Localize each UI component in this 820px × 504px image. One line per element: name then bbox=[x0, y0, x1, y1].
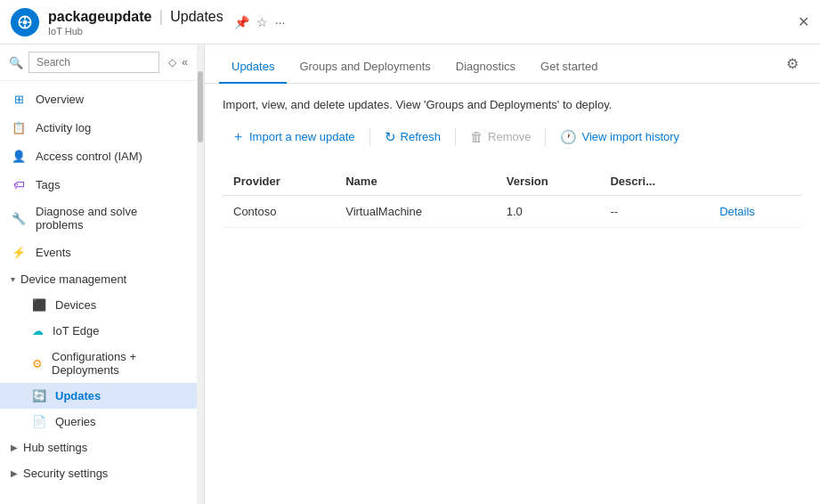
content-area: Updates Groups and Deployments Diagnosti… bbox=[205, 45, 820, 504]
tab-diagnostics[interactable]: Diagnostics bbox=[443, 51, 528, 84]
plus-icon: ＋ bbox=[231, 128, 245, 145]
search-icon: 🔍 bbox=[9, 56, 23, 69]
close-icon[interactable]: ✕ bbox=[798, 13, 809, 30]
main-layout: 🔍 ◇ « ⊞ Overview 📋 Activity log 👤 Access… bbox=[0, 45, 820, 504]
hub-settings-label: Hub settings bbox=[23, 441, 87, 454]
sidebar-item-activity-log[interactable]: 📋 Activity log bbox=[0, 113, 197, 142]
toolbar-divider-3 bbox=[545, 128, 546, 146]
sidebar-content: 🔍 ◇ « ⊞ Overview 📋 Activity log 👤 Access… bbox=[0, 45, 197, 504]
toolbar-divider-2 bbox=[455, 128, 456, 146]
sidebar-item-label: Diagnose and solve problems bbox=[36, 205, 186, 232]
title-bar: packageupdate | Updates IoT Hub 📌 ☆ ··· … bbox=[0, 0, 820, 45]
remove-icon: 🗑 bbox=[470, 129, 483, 144]
tab-get-started[interactable]: Get started bbox=[528, 51, 610, 84]
configurations-icon: ⚙ bbox=[32, 357, 43, 370]
sidebar-item-updates[interactable]: 🔄 Updates bbox=[0, 383, 197, 409]
chevron-down-icon: ▾ bbox=[11, 274, 15, 284]
resource-subtitle: IoT Hub bbox=[48, 26, 223, 37]
sidebar-nav: ⊞ Overview 📋 Activity log 👤 Access contr… bbox=[0, 81, 197, 490]
title-actions: 📌 ☆ ··· bbox=[234, 15, 286, 29]
sidebar-item-label: Overview bbox=[36, 93, 84, 106]
section-name: Updates bbox=[170, 9, 223, 25]
updates-table: Provider Name Version Descri... Contoso … bbox=[223, 167, 802, 228]
tab-updates[interactable]: Updates bbox=[219, 51, 287, 84]
devices-icon: ⬛ bbox=[32, 298, 46, 312]
toolbar-divider-1 bbox=[369, 128, 370, 146]
cell-version: 1.0 bbox=[496, 196, 600, 228]
access-control-icon: 👤 bbox=[11, 148, 27, 164]
refresh-icon: ↻ bbox=[385, 129, 396, 145]
refresh-button[interactable]: ↻ Refresh bbox=[376, 125, 451, 150]
import-update-label: Import a new update bbox=[249, 130, 355, 143]
tags-icon: 🏷 bbox=[11, 176, 27, 192]
chevron-right-icon: ▶ bbox=[11, 443, 18, 452]
sidebar-item-diagnose[interactable]: 🔧 Diagnose and solve problems bbox=[0, 199, 197, 238]
tabs-bar: Updates Groups and Deployments Diagnosti… bbox=[205, 45, 820, 84]
activity-log-icon: 📋 bbox=[11, 119, 27, 135]
resource-name: packageupdate bbox=[48, 9, 151, 25]
sidebar-scrollbar[interactable] bbox=[197, 45, 204, 504]
history-icon: 🕐 bbox=[560, 129, 577, 145]
search-input[interactable] bbox=[28, 52, 159, 73]
cell-provider: Contoso bbox=[223, 196, 335, 228]
sidebar-search-area: 🔍 ◇ « bbox=[0, 45, 197, 81]
sidebar-item-configurations[interactable]: ⚙ Configurations + Deployments bbox=[0, 344, 197, 383]
sidebar-item-hub-settings[interactable]: ▶ Hub settings bbox=[0, 435, 197, 460]
title-text-group: packageupdate | Updates IoT Hub bbox=[48, 7, 223, 37]
diagnose-icon: 🔧 bbox=[11, 210, 27, 226]
sidebar-item-security-settings[interactable]: ▶ Security settings bbox=[0, 460, 197, 486]
sidebar-collapse-icon[interactable]: ◇ bbox=[168, 56, 176, 69]
col-name: Name bbox=[335, 167, 496, 196]
sidebar-sub-item-label: Updates bbox=[55, 389, 101, 402]
sidebar-item-iot-edge[interactable]: ☁ IoT Edge bbox=[0, 318, 197, 344]
star-icon[interactable]: ☆ bbox=[256, 15, 268, 29]
sidebar-item-access-control[interactable]: 👤 Access control (IAM) bbox=[0, 142, 197, 170]
queries-icon: 📄 bbox=[32, 415, 46, 428]
sidebar-item-label: Events bbox=[36, 246, 71, 259]
sidebar-scrollbar-thumb[interactable] bbox=[198, 71, 203, 142]
content-body: Import, view, and delete updates. View '… bbox=[205, 84, 820, 504]
view-history-button[interactable]: 🕐 View import history bbox=[551, 125, 688, 150]
cell-name: VirtualMachine bbox=[335, 196, 496, 228]
device-management-label: Device management bbox=[20, 272, 126, 286]
table-row: Contoso VirtualMachine 1.0 -- Details bbox=[223, 196, 802, 228]
updates-icon: 🔄 bbox=[32, 389, 46, 402]
sidebar-sub-item-label: IoT Edge bbox=[53, 324, 100, 337]
content-description: Import, view, and delete updates. View '… bbox=[223, 98, 802, 111]
sidebar-item-label: Access control (IAM) bbox=[36, 150, 142, 163]
tab-groups-deployments[interactable]: Groups and Deployments bbox=[287, 51, 442, 84]
settings-gear-icon[interactable]: ⚙ bbox=[779, 48, 806, 79]
events-icon: ⚡ bbox=[11, 244, 27, 260]
col-provider: Provider bbox=[223, 167, 335, 196]
col-action bbox=[709, 167, 802, 196]
security-settings-label: Security settings bbox=[23, 467, 108, 480]
pin-icon[interactable]: 📌 bbox=[234, 15, 249, 29]
sidebar: 🔍 ◇ « ⊞ Overview 📋 Activity log 👤 Access… bbox=[0, 45, 205, 504]
sidebar-item-label: Tags bbox=[36, 178, 60, 191]
sidebar-item-overview[interactable]: ⊞ Overview bbox=[0, 85, 197, 113]
view-history-label: View import history bbox=[581, 130, 679, 143]
title-separator: | bbox=[158, 7, 163, 26]
overview-icon: ⊞ bbox=[11, 91, 27, 107]
remove-label: Remove bbox=[488, 130, 531, 143]
col-description: Descri... bbox=[599, 167, 709, 196]
import-update-button[interactable]: ＋ Import a new update bbox=[223, 124, 364, 150]
sidebar-item-tags[interactable]: 🏷 Tags bbox=[0, 170, 197, 199]
sidebar-item-label: Activity log bbox=[36, 121, 91, 134]
sidebar-item-events[interactable]: ⚡ Events bbox=[0, 238, 197, 266]
sidebar-item-devices[interactable]: ⬛ Devices bbox=[0, 292, 197, 318]
cell-description: -- bbox=[599, 196, 709, 228]
iot-edge-icon: ☁ bbox=[32, 324, 44, 337]
refresh-label: Refresh bbox=[401, 130, 442, 143]
sidebar-sub-item-label: Devices bbox=[55, 298, 96, 312]
cell-action: Details bbox=[709, 196, 802, 228]
sidebar-item-queries[interactable]: 📄 Queries bbox=[0, 409, 197, 435]
sidebar-pin-icon[interactable]: « bbox=[182, 56, 188, 69]
chevron-right-icon: ▶ bbox=[11, 468, 18, 478]
device-management-section[interactable]: ▾ Device management bbox=[0, 266, 197, 292]
sidebar-sub-item-label: Queries bbox=[55, 415, 96, 428]
more-icon[interactable]: ··· bbox=[275, 15, 286, 29]
toolbar: ＋ Import a new update ↻ Refresh 🗑 Remove… bbox=[223, 124, 802, 150]
remove-button[interactable]: 🗑 Remove bbox=[461, 125, 540, 149]
details-link[interactable]: Details bbox=[719, 205, 755, 218]
